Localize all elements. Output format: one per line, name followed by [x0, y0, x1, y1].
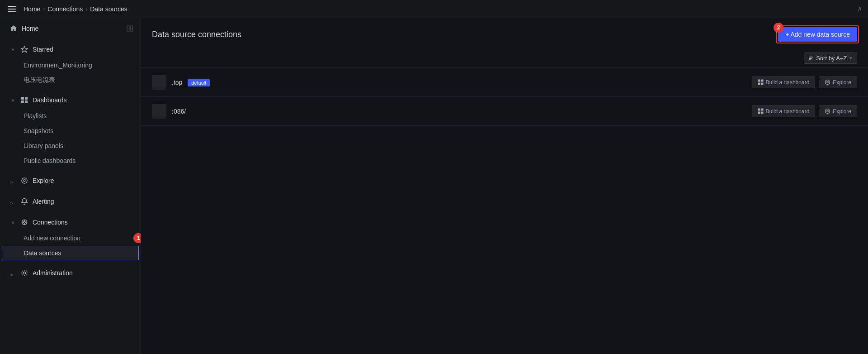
svg-rect-4 — [25, 97, 28, 100]
administration-expand-arrow: ∨ — [9, 269, 16, 277]
sidebar-item-playlists[interactable]: Playlists — [2, 109, 139, 123]
home-icon — [9, 24, 18, 33]
sort-label: Sort by A–Z — [816, 55, 847, 62]
svg-point-10 — [24, 221, 25, 223]
explore-icon — [20, 176, 29, 185]
sidebar-section-starred: ∨ Starred Environment_Monitoring 电压电流表 — [0, 39, 141, 90]
add-datasource-label: + Add new data source — [785, 31, 850, 38]
connections-icon — [20, 218, 29, 227]
table-row[interactable]: :086/ Build a dashboard — [141, 97, 868, 126]
svg-point-15 — [24, 272, 26, 274]
datasource-name-2: :086/ — [172, 108, 752, 115]
breadcrumb-sep-2: › — [85, 6, 87, 12]
svg-marker-2 — [21, 46, 28, 53]
env-monitoring-label: Environment_Monitoring — [24, 62, 92, 69]
sidebar-item-connections[interactable]: ∨ Connections — [2, 214, 139, 230]
main-layout: Home ∨ Starred — [0, 18, 868, 354]
svg-point-29 — [826, 109, 830, 114]
breadcrumb-connections[interactable]: Connections — [47, 5, 83, 13]
collapse-icon[interactable]: ∧ — [857, 5, 863, 13]
sidebar-item-administration[interactable]: ∨ Administration — [2, 265, 139, 281]
data-sources-wrapper: Data sources — [0, 246, 141, 260]
explore-expand-arrow: ∨ — [9, 177, 16, 184]
sidebar-item-dashboards[interactable]: ∨ Dashboards — [2, 92, 139, 108]
svg-rect-3 — [21, 97, 24, 100]
sidebar-item-starred[interactable]: ∨ Starred — [2, 41, 139, 57]
svg-rect-0 — [127, 26, 129, 31]
breadcrumb-home[interactable]: Home — [24, 5, 40, 13]
datasource-info-1: .top default — [152, 75, 752, 90]
sort-icon — [808, 55, 814, 62]
datasource-badge-1: default — [188, 79, 210, 86]
datasource-info-2: :086/ — [152, 104, 752, 119]
svg-rect-21 — [758, 83, 760, 85]
datasource-text-2: :086/ — [172, 108, 752, 115]
sidebar-item-alerting[interactable]: ∨ Alerting — [2, 193, 139, 210]
sidebar-section-explore: ∨ Explore — [0, 170, 141, 191]
add-connection-label: Add new connection — [24, 234, 80, 242]
build-dashboard-label-2: Build a dashboard — [766, 108, 810, 115]
svg-point-24 — [827, 81, 829, 83]
sidebar: Home ∨ Starred — [0, 18, 141, 354]
sidebar-alerting-label: Alerting — [33, 198, 133, 205]
explore-button-2[interactable]: Explore — [819, 105, 857, 117]
svg-point-8 — [24, 180, 25, 182]
main-content: Data source connections 2 + Add new data… — [141, 18, 868, 354]
sidebar-dashboards-label: Dashboards — [33, 96, 133, 104]
sidebar-section-home: Home — [0, 18, 141, 39]
build-icon-1 — [758, 79, 764, 85]
breadcrumb: Home › Connections › Data sources — [24, 5, 127, 13]
svg-rect-20 — [761, 80, 763, 82]
datasource-actions-1: Build a dashboard Explore — [752, 77, 857, 88]
svg-rect-5 — [21, 100, 24, 103]
playlists-label: Playlists — [24, 112, 47, 120]
connections-expand-arrow: ∨ — [9, 219, 16, 226]
sidebar-item-public-dashboards[interactable]: Public dashboards — [2, 153, 139, 168]
sidebar-item-snapshots[interactable]: Snapshots — [2, 124, 139, 138]
sidebar-home-label: Home — [22, 25, 123, 32]
svg-point-7 — [22, 178, 27, 183]
add-button-wrapper: 2 + Add new data source — [778, 27, 857, 42]
annotation-2: 2 — [774, 23, 783, 33]
topbar-right: ∧ — [857, 5, 863, 13]
star-icon — [20, 45, 29, 54]
sidebar-item-explore[interactable]: ∨ Explore — [2, 172, 139, 189]
svg-rect-19 — [758, 80, 760, 82]
datasource-actions-2: Build a dashboard Explore — [752, 105, 857, 117]
svg-point-23 — [826, 80, 830, 85]
sidebar-item-env-monitoring[interactable]: Environment_Monitoring — [2, 58, 139, 72]
sidebar-item-voltage[interactable]: 电压电流表 — [2, 73, 139, 87]
datasource-text-1: .top default — [172, 79, 752, 86]
sidebar-item-library-panels[interactable]: Library panels — [2, 139, 139, 153]
starred-expand-arrow: ∨ — [9, 46, 16, 53]
administration-icon — [20, 268, 29, 277]
sidebar-section-alerting: ∨ Alerting — [0, 191, 141, 212]
sidebar-item-add-connection[interactable]: Add new connection 1 — [2, 231, 139, 245]
sidebar-administration-label: Administration — [33, 269, 133, 277]
datasource-logo-1 — [152, 75, 166, 90]
add-datasource-button[interactable]: + Add new data source — [778, 27, 857, 42]
sort-chevron: ▼ — [849, 56, 853, 61]
breadcrumb-datasources: Data sources — [90, 5, 127, 13]
datasource-name-1: .top default — [172, 79, 752, 86]
content-header: Data source connections 2 + Add new data… — [141, 18, 868, 49]
sidebar-item-data-sources[interactable]: Data sources — [2, 246, 139, 260]
page-title: Data source connections — [152, 30, 241, 39]
explore-icon-1 — [825, 79, 830, 85]
svg-rect-1 — [130, 26, 132, 31]
explore-label-1: Explore — [833, 79, 851, 86]
svg-rect-27 — [758, 112, 760, 114]
sidebar-starred-label: Starred — [33, 46, 133, 53]
svg-rect-26 — [761, 109, 763, 111]
table-row[interactable]: .top default Build a dashboard — [141, 68, 868, 97]
explore-button-1[interactable]: Explore — [819, 77, 857, 88]
build-dashboard-button-2[interactable]: Build a dashboard — [752, 105, 816, 117]
sidebar-section-administration: ∨ Administration — [0, 263, 141, 283]
sort-select[interactable]: Sort by A–Z ▼ — [804, 53, 857, 64]
sidebar-item-home[interactable]: Home — [2, 20, 139, 37]
build-dashboard-button-1[interactable]: Build a dashboard — [752, 77, 816, 88]
data-sources-label: Data sources — [24, 249, 61, 257]
explore-icon-2 — [825, 108, 830, 114]
menu-button[interactable] — [5, 3, 18, 15]
svg-rect-22 — [761, 83, 763, 85]
